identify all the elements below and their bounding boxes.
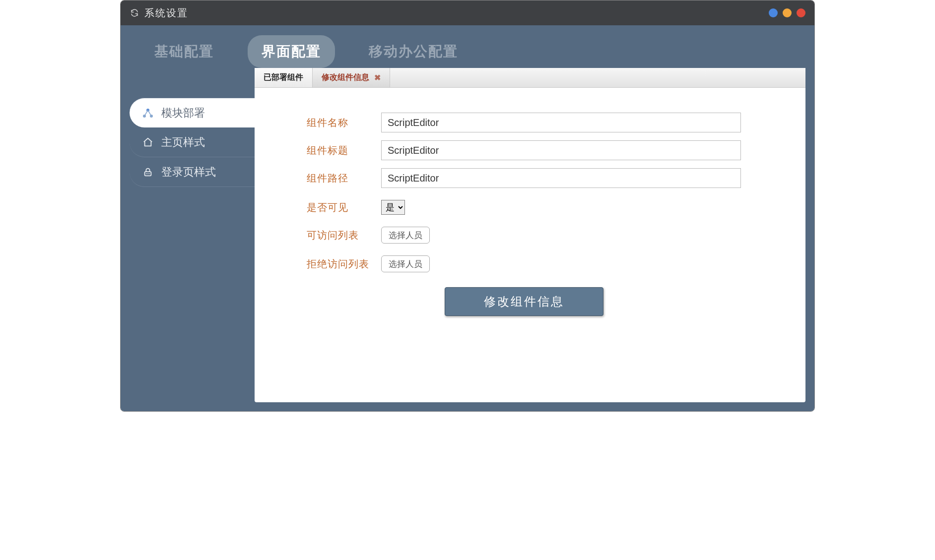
maximize-button[interactable]	[783, 8, 792, 17]
lock-icon	[141, 166, 154, 179]
content-tab-edit[interactable]: 修改组件信息 ✖	[313, 68, 390, 87]
window-title: 系统设置	[144, 6, 188, 20]
submit-button[interactable]: 修改组件信息	[445, 287, 603, 316]
top-tab-interface[interactable]: 界面配置	[248, 35, 335, 68]
label-component-title: 组件标题	[307, 144, 381, 157]
form-row-visible: 是否可见 是	[307, 200, 741, 215]
top-tabs: 基础配置 界面配置 移动办公配置	[121, 25, 814, 68]
close-icon[interactable]: ✖	[374, 73, 381, 82]
svg-point-7	[147, 173, 148, 174]
form-row-path: 组件路径	[307, 168, 741, 188]
content-tab-deployed[interactable]: 已部署组件	[255, 68, 313, 87]
button-select-deny[interactable]: 选择人员	[381, 255, 430, 272]
top-tab-mobile[interactable]: 移动办公配置	[355, 35, 472, 68]
form-row-deny: 拒绝访问列表 选择人员	[307, 255, 741, 272]
minimize-button[interactable]	[769, 8, 778, 17]
submit-row: 修改组件信息	[307, 287, 741, 316]
top-tab-basic[interactable]: 基础配置	[140, 35, 228, 68]
content-tabs: 已部署组件 修改组件信息 ✖	[255, 68, 805, 88]
content-tab-label: 已部署组件	[264, 72, 303, 83]
input-component-path[interactable]	[381, 168, 741, 188]
content-tab-label: 修改组件信息	[322, 72, 369, 83]
refresh-icon	[130, 8, 139, 18]
form-area: 组件名称 组件标题 组件路径	[255, 88, 805, 402]
sidebar-item-label: 主页样式	[161, 135, 205, 150]
sidebar-item-label: 登录页样式	[161, 165, 216, 180]
form-row-title: 组件标题	[307, 140, 741, 160]
svg-line-4	[148, 110, 151, 116]
window-controls	[769, 8, 805, 17]
close-button[interactable]	[797, 8, 805, 17]
home-icon	[141, 136, 154, 149]
button-select-allow[interactable]: 选择人员	[381, 227, 430, 244]
sidebar-item-label: 模块部署	[161, 106, 205, 121]
input-component-title[interactable]	[381, 140, 741, 160]
label-component-name: 组件名称	[307, 116, 381, 129]
svg-point-6	[146, 173, 147, 174]
form-row-name: 组件名称	[307, 113, 741, 132]
input-component-name[interactable]	[381, 113, 741, 132]
svg-point-8	[149, 173, 150, 174]
form-row-allow: 可访问列表 选择人员	[307, 227, 741, 244]
app-body: 基础配置 界面配置 移动办公配置 模块部署	[121, 25, 814, 411]
sidebar-item-login-style[interactable]: 登录页样式	[130, 157, 255, 187]
nodes-icon	[141, 107, 154, 120]
sidebar-item-home-style[interactable]: 主页样式	[130, 127, 255, 157]
svg-line-3	[144, 110, 148, 116]
titlebar: 系统设置	[121, 0, 814, 25]
select-visible[interactable]: 是	[381, 200, 405, 215]
main-area: 模块部署 主页样式	[130, 68, 805, 402]
label-deny-list: 拒绝访问列表	[307, 257, 381, 271]
app-window: 系统设置 基础配置 界面配置 移动办公配置	[120, 0, 815, 412]
sidebar: 模块部署 主页样式	[130, 68, 255, 402]
content-panel: 已部署组件 修改组件信息 ✖ 组件名称 组件标题	[255, 68, 805, 402]
sidebar-item-module-deploy[interactable]: 模块部署	[130, 98, 255, 127]
label-component-path: 组件路径	[307, 172, 381, 185]
label-allow-list: 可访问列表	[307, 229, 381, 242]
label-visible: 是否可见	[307, 201, 381, 214]
